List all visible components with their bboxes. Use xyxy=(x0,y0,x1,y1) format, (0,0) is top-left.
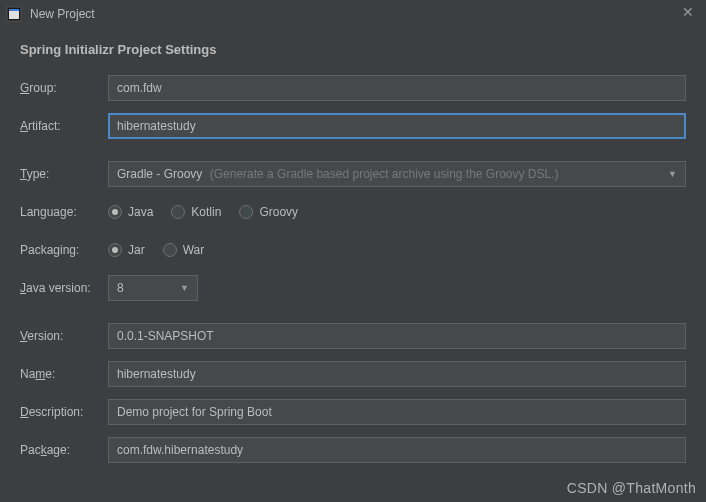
label-group: Group: xyxy=(20,81,108,95)
type-dropdown[interactable]: Gradle - Groovy (Generate a Gradle based… xyxy=(108,161,686,187)
window-title: New Project xyxy=(30,7,95,21)
label-packaging: Packaging: xyxy=(20,243,108,257)
watermark: CSDN @ThatMonth xyxy=(567,480,696,496)
page-title: Spring Initializr Project Settings xyxy=(20,42,686,57)
label-language: Language: xyxy=(20,205,108,219)
radio-java[interactable]: Java xyxy=(108,205,153,219)
row-artifact: Artifact: xyxy=(20,113,686,139)
java-version-dropdown[interactable]: 8 ▼ xyxy=(108,275,198,301)
radio-kotlin[interactable]: Kotlin xyxy=(171,205,221,219)
app-icon xyxy=(6,6,22,22)
row-java-version: Java version: 8 ▼ xyxy=(20,275,686,301)
row-version: Version: xyxy=(20,323,686,349)
java-version-value: 8 xyxy=(117,281,124,295)
radio-groovy[interactable]: Groovy xyxy=(239,205,298,219)
label-java-version: Java version: xyxy=(20,281,108,295)
packaging-radio-group: Jar War xyxy=(108,243,204,257)
label-package: Package: xyxy=(20,443,108,457)
radio-icon xyxy=(171,205,185,219)
label-type: Type: xyxy=(20,167,108,181)
row-package: Package: xyxy=(20,437,686,463)
radio-icon xyxy=(108,205,122,219)
language-radio-group: Java Kotlin Groovy xyxy=(108,205,298,219)
row-group: Group: xyxy=(20,75,686,101)
radio-icon xyxy=(239,205,253,219)
dialog-content: Spring Initializr Project Settings Group… xyxy=(0,28,706,489)
radio-war[interactable]: War xyxy=(163,243,205,257)
label-description: Description: xyxy=(20,405,108,419)
label-name: Name: xyxy=(20,367,108,381)
package-input[interactable] xyxy=(108,437,686,463)
type-value: Gradle - Groovy (Generate a Gradle based… xyxy=(117,167,559,181)
row-type: Type: Gradle - Groovy (Generate a Gradle… xyxy=(20,161,686,187)
row-description: Description: xyxy=(20,399,686,425)
artifact-input[interactable] xyxy=(108,113,686,139)
close-icon[interactable]: ✕ xyxy=(678,4,698,20)
chevron-down-icon: ▼ xyxy=(180,283,189,293)
radio-jar[interactable]: Jar xyxy=(108,243,145,257)
version-input[interactable] xyxy=(108,323,686,349)
titlebar: New Project ✕ xyxy=(0,0,706,28)
chevron-down-icon: ▼ xyxy=(668,169,677,179)
radio-icon xyxy=(163,243,177,257)
row-language: Language: Java Kotlin Groovy xyxy=(20,199,686,225)
radio-icon xyxy=(108,243,122,257)
label-version: Version: xyxy=(20,329,108,343)
group-input[interactable] xyxy=(108,75,686,101)
svg-rect-2 xyxy=(9,9,19,11)
row-name: Name: xyxy=(20,361,686,387)
label-artifact: Artifact: xyxy=(20,119,108,133)
description-input[interactable] xyxy=(108,399,686,425)
name-input[interactable] xyxy=(108,361,686,387)
row-packaging: Packaging: Jar War xyxy=(20,237,686,263)
